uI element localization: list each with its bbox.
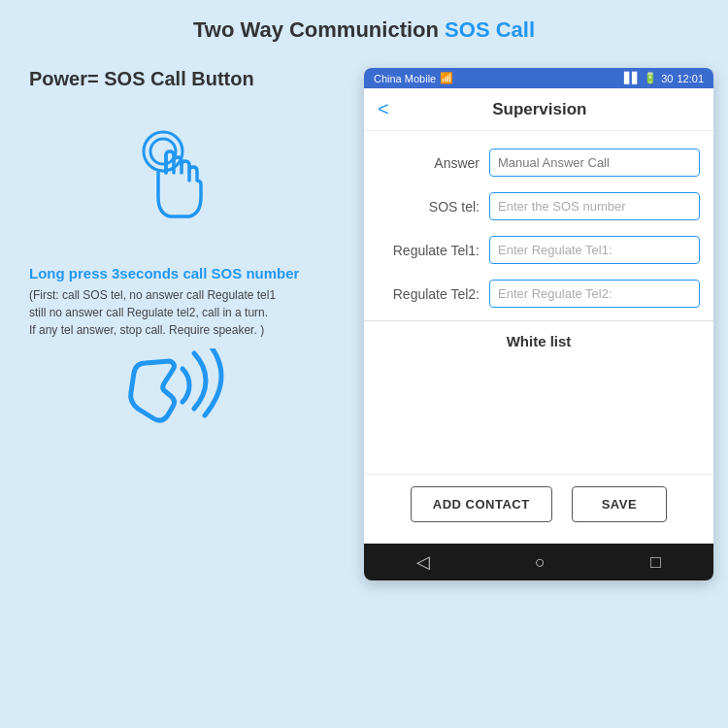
- title-text-plain: Two Way Communiction: [193, 17, 445, 42]
- finger-press-icon: [126, 115, 233, 241]
- reg-tel1-input[interactable]: [489, 236, 700, 264]
- carrier-label: China Mobile: [374, 73, 436, 84]
- signal-bars: ▋▋: [624, 72, 640, 84]
- reg-tel1-label: Regulate Tel1:: [378, 243, 489, 258]
- whitelist-header: White list: [364, 320, 713, 357]
- call-icon-area: [19, 339, 340, 475]
- description-text: (First: call SOS tel, no answer call Reg…: [29, 286, 340, 339]
- bottom-buttons: ADD CONTACT SAVE: [364, 474, 713, 534]
- long-press-text: Long press 3seconds call SOS number: [29, 265, 340, 281]
- status-right: ▋▋ 🔋 30 12:01: [624, 72, 704, 84]
- battery-label: 30: [661, 73, 673, 84]
- status-bar: China Mobile 📶 ▋▋ 🔋 30 12:01: [364, 68, 713, 88]
- answer-label: Answer: [378, 155, 489, 171]
- reg-tel2-row: Regulate Tel2:: [364, 272, 713, 315]
- phone-mockup: China Mobile 📶 ▋▋ 🔋 30 12:01 < Supervisi…: [364, 68, 713, 580]
- nav-home-icon[interactable]: ○: [535, 552, 546, 573]
- app-header: < Supervision: [364, 88, 713, 131]
- nav-back-icon[interactable]: ◁: [416, 551, 430, 573]
- desc-line2: still no answer call Regulate tel2, call…: [29, 304, 340, 321]
- answer-input[interactable]: [489, 149, 700, 177]
- add-contact-button[interactable]: ADD CONTACT: [411, 486, 552, 522]
- nav-recent-icon[interactable]: □: [650, 552, 661, 573]
- reg-tel1-row: Regulate Tel1:: [364, 228, 713, 272]
- time-label: 12:01: [677, 73, 704, 84]
- sos-tel-input[interactable]: [489, 192, 700, 220]
- page-title: Two Way Communiction SOS Call: [0, 0, 728, 52]
- carrier-icon: 📶: [440, 72, 453, 84]
- title-text-sos: SOS Call: [445, 17, 535, 42]
- answer-row: Answer: [364, 141, 713, 184]
- desc-line1: (First: call SOS tel, no answer call Reg…: [29, 286, 340, 304]
- reg-tel2-input[interactable]: [489, 280, 700, 308]
- sos-tel-row: SOS tel:: [364, 184, 713, 228]
- power-label: Power= SOS Call Button: [29, 68, 340, 90]
- save-button[interactable]: SAVE: [572, 486, 667, 522]
- status-left: China Mobile 📶: [374, 72, 453, 84]
- left-panel: Power= SOS Call Button Long press 3secon…: [19, 68, 340, 475]
- desc-line3: If any tel answer, stop call. Require sp…: [29, 321, 340, 339]
- whitelist-spacer: [364, 357, 713, 474]
- call-icon: [116, 348, 243, 465]
- form-area: Answer SOS tel: Regulate Tel1: Regulate …: [364, 131, 713, 544]
- nav-bar: ◁ ○ □: [364, 544, 713, 580]
- sos-tel-label: SOS tel:: [378, 199, 489, 215]
- touch-icon-area: [19, 100, 340, 255]
- reg-tel2-label: Regulate Tel2:: [378, 286, 489, 302]
- back-button[interactable]: <: [378, 98, 389, 120]
- wifi-icon: 🔋: [644, 72, 657, 84]
- app-header-title: Supervision: [399, 100, 680, 119]
